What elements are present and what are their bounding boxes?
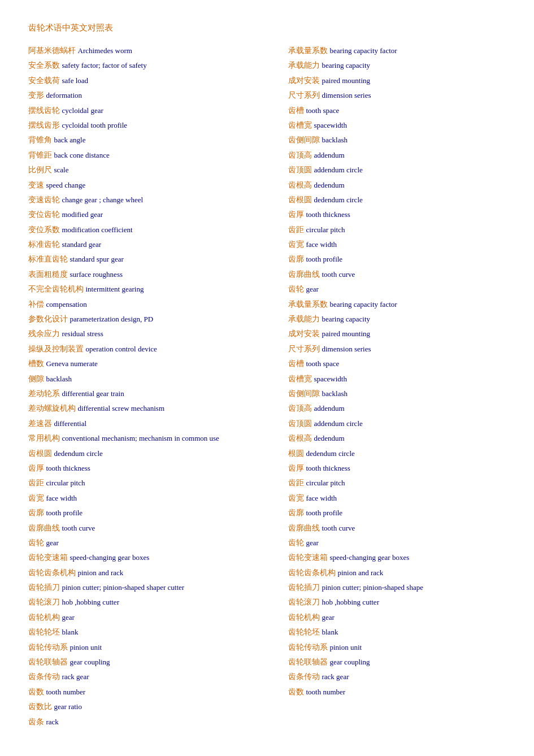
list-item: 不完全齿轮机构 intermittent gearing <box>28 283 277 296</box>
term-english: pinion cutter; pinion-shaped shaper cutt… <box>62 583 185 592</box>
list-item: 齿宽 face width <box>28 492 277 505</box>
list-item: 安全系数 safety factor; factor of safety <box>28 59 277 72</box>
term-english: circular pitch <box>46 479 85 487</box>
term-chinese: 齿轮轮坯 <box>288 628 322 636</box>
list-item: 齿轮滚刀 hob ,hobbing cutter <box>288 596 506 609</box>
term-english: paired mounting <box>322 329 371 338</box>
term-chinese: 参数化设计 <box>28 315 70 323</box>
term-chinese: 承载量系数 <box>288 300 330 309</box>
term-english: dimension series <box>322 91 371 99</box>
list-item: 操纵及控制装置 operation control device <box>28 343 277 355</box>
list-item: 齿侧间隙 backlash <box>288 134 506 146</box>
term-english: conventional mechanism; mechanism in com… <box>62 434 219 442</box>
list-item: 齿轮机构 gear <box>28 611 277 624</box>
list-item: 齿轮传动系 pinion unit <box>28 641 277 654</box>
list-item: 齿厚 tooth thickness <box>288 462 506 475</box>
term-english: addendum <box>314 404 345 412</box>
list-item: 齿轮齿条机构 pinion and rack <box>28 567 277 579</box>
term-chinese: 安全系数 <box>28 61 62 69</box>
list-item: 槽数 Geneva numerate <box>28 358 277 370</box>
term-english: tooth curve <box>322 270 355 279</box>
term-chinese: 阿基米德蜗杆 <box>28 46 78 55</box>
list-item: 齿宽 face width <box>288 492 506 505</box>
term-english: change gear ; change wheel <box>62 195 144 204</box>
list-item: 差动螺旋机构 differential screw mechanism <box>28 402 277 415</box>
term-chinese: 齿顶高 <box>288 404 314 412</box>
list-item: 补偿 compensation <box>28 298 277 311</box>
list-item: 齿廓 tooth profile <box>28 507 277 519</box>
term-english: speed change <box>46 181 86 189</box>
term-english: tooth profile <box>306 509 343 517</box>
list-item: 齿根圆 dedendum circle <box>28 447 277 460</box>
term-chinese: 齿槽宽 <box>288 375 314 383</box>
list-item: 齿轮轮坯 blank <box>288 626 506 638</box>
term-chinese: 齿根圆 <box>288 195 314 204</box>
list-item: 成对安装 paired mounting <box>288 75 506 87</box>
term-chinese: 变位系数 <box>28 225 62 234</box>
term-english: tooth profile <box>46 509 83 517</box>
list-item: 参数化设计 parameterization design, PD <box>28 313 277 325</box>
term-english: backlash <box>322 136 348 144</box>
term-chinese: 尺寸系列 <box>288 345 322 353</box>
list-item: 齿顶圆 addendum circle <box>288 164 506 176</box>
term-chinese: 常用机构 <box>28 434 62 442</box>
term-english: face width <box>306 494 337 502</box>
term-chinese: 摆线齿轮 <box>28 106 62 115</box>
list-item: 齿槽宽 spacewidth <box>288 373 506 385</box>
list-item: 齿侧间隙 backlash <box>288 388 506 400</box>
term-chinese: 不完全齿轮机构 <box>28 285 86 293</box>
term-chinese: 齿轮 <box>288 538 306 547</box>
list-item: 齿轮插刀 pinion cutter; pinion-shaped shape <box>288 581 506 594</box>
left-column: 阿基米德蜗杆 Archimedes worm安全系数 safety factor… <box>28 45 288 731</box>
term-chinese: 齿轮联轴器 <box>288 658 330 666</box>
term-chinese: 摆线齿形 <box>28 121 62 129</box>
term-chinese: 齿轮机构 <box>288 613 322 622</box>
term-chinese: 齿槽 <box>288 359 306 368</box>
term-english: backlash <box>46 375 72 383</box>
list-item: 表面粗糙度 surface roughness <box>28 268 277 281</box>
term-chinese: 齿廓曲线 <box>288 524 322 532</box>
term-chinese: 齿数比 <box>28 702 54 711</box>
term-english: bearing capacity factor <box>330 46 397 55</box>
list-item: 齿槽宽 spacewidth <box>288 119 506 132</box>
term-chinese: 齿根高 <box>288 181 314 189</box>
term-english: hob ,hobbing cutter <box>62 598 119 606</box>
term-english: tooth profile <box>306 255 343 263</box>
term-chinese: 齿顶高 <box>288 151 314 159</box>
term-english: modified gear <box>62 210 103 219</box>
term-english: speed-changing gear boxes <box>330 553 410 562</box>
list-item: 齿槽 tooth space <box>288 105 506 117</box>
term-chinese: 变速 <box>28 181 46 189</box>
term-english: operation control device <box>86 345 157 353</box>
term-chinese: 齿轮变速箱 <box>28 553 70 562</box>
list-item: 齿宽 face width <box>288 238 506 251</box>
list-item: 差动轮系 differential gear train <box>28 388 277 400</box>
list-item: 承载能力 bearing capacity <box>288 59 506 72</box>
list-item: 齿距 circular pitch <box>28 477 277 489</box>
term-english: tooth number <box>306 688 346 696</box>
term-english: tooth curve <box>62 524 95 532</box>
list-item: 变位系数 modification coefficient <box>28 224 277 236</box>
list-item: 阿基米德蜗杆 Archimedes worm <box>28 45 277 57</box>
list-item: 齿厚 tooth thickness <box>28 462 277 475</box>
term-chinese: 齿侧间隙 <box>288 389 322 398</box>
term-english: cycloidal tooth profile <box>62 121 128 129</box>
term-chinese: 成对安装 <box>288 76 322 85</box>
term-chinese: 齿廓 <box>288 509 306 517</box>
list-item: 齿轮插刀 pinion cutter; pinion-shaped shaper… <box>28 581 277 594</box>
term-english: bearing capacity <box>322 315 371 323</box>
term-english: gear <box>306 285 319 293</box>
term-chinese: 齿轮 <box>28 538 46 547</box>
term-english: pinion and rack <box>78 568 124 577</box>
term-english: tooth number <box>46 688 86 696</box>
term-english: intermittent gearing <box>86 285 144 293</box>
term-chinese: 齿距 <box>288 479 306 487</box>
term-english: speed-changing gear boxes <box>70 553 150 562</box>
term-english: tooth curve <box>322 524 355 532</box>
term-chinese: 齿轮滚刀 <box>288 598 322 606</box>
term-chinese: 齿廓曲线 <box>28 524 62 532</box>
term-chinese: 齿轮传动系 <box>28 643 70 651</box>
term-chinese: 齿根高 <box>288 434 314 442</box>
term-english: dedendum <box>314 181 345 189</box>
term-english: gear coupling <box>330 658 370 666</box>
